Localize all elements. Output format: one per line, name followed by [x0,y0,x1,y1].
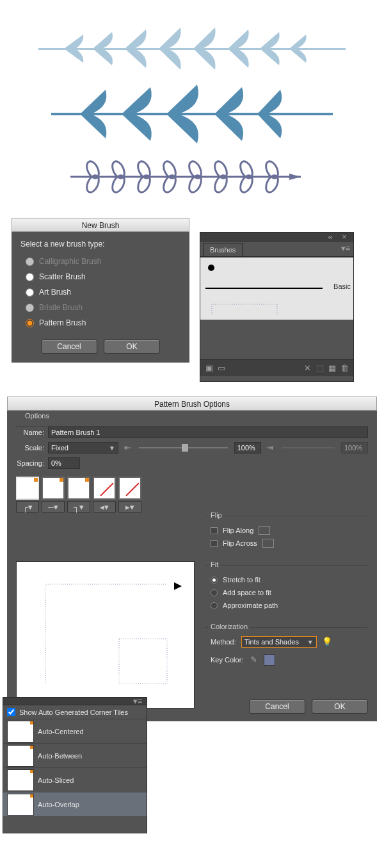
brush-basic-label: Basic [333,283,351,290]
fit-stretch-row[interactable]: Stretch to fit [211,573,362,586]
radio-art-input[interactable] [26,288,34,297]
pbo-cancel-button[interactable]: Cancel [249,700,305,714]
fit-approx-label: Approximate path [223,602,278,609]
fit-space-label: Add space to fit [223,589,271,596]
panel-brushes: « × Brushes ▾≡ Basic ▣ ▭ ✕ [200,232,354,382]
dialog-title: New Brush [12,218,189,232]
popup-corner-tiles: ▾≡ Show Auto Generated Corner Tiles Auto… [3,697,147,833]
fit-stretch-radio[interactable] [211,577,218,584]
scale-mode-value: Fixed [51,444,68,452]
radio-pattern[interactable]: Pattern Brush [26,315,180,331]
tile-arrow-row: ┌▾ ─▾ ┐▾ ◂▾ ▸▾ [16,501,368,512]
tab-brushes[interactable]: Brushes [203,243,243,256]
panel-menu-icon[interactable]: ▾≡ [340,243,351,254]
pbo-title: Pattern Brush Options [7,397,377,411]
dialog-pattern-brush-options: Pattern Brush Options Options Name: Scal… [7,397,377,721]
cancel-button[interactable]: Cancel [41,340,97,354]
collapse-icon: « [325,232,335,242]
radio-scatter[interactable]: Scatter Brush [26,269,180,284]
new-brush-icon[interactable]: ▦ [327,363,337,373]
radio-scatter-label: Scatter Brush [39,272,86,281]
brush-item-pattern[interactable] [200,299,353,320]
corner-item-label: Auto-Overlap [38,801,79,808]
corner-item-label: Auto-Sliced [38,776,74,784]
flip-along-label: Flip Along [223,527,253,534]
radio-bristle: Bristle Brush [26,300,180,315]
tile-inner-corner-menu[interactable]: ┐▾ [67,501,90,512]
svg-rect-1 [51,113,333,115]
scale-slider-2 [282,447,335,448]
popup-menu-icon[interactable]: ▾≡ [132,696,143,707]
scale-label: Scale: [16,444,44,452]
corner-thumb [7,794,34,815]
tile-end-menu[interactable]: ▸▾ [118,501,141,512]
tile-end[interactable] [118,477,141,500]
radio-pattern-label: Pattern Brush [39,318,86,327]
tile-outer-corner[interactable] [16,477,39,500]
scale-value-field[interactable] [234,442,261,454]
tile-side[interactable] [42,477,65,500]
pattern-brush-thumb [200,299,341,320]
tile-inner-corner[interactable] [67,477,90,500]
radio-scatter-input[interactable] [26,273,34,281]
fit-stretch-label: Stretch to fit [223,576,260,584]
spacing-field[interactable] [48,457,80,469]
corner-item-auto-between[interactable]: Auto-Between [3,743,147,767]
radio-calligraphic: Calligraphic Brush [26,254,180,269]
flip-across-row[interactable]: Flip Across [211,537,362,550]
radio-calligraphic-label: Calligraphic Brush [39,257,101,266]
brush-item-basic[interactable]: Basic [200,277,353,299]
tips-icon[interactable]: 💡 [322,637,332,647]
svg-marker-3 [289,174,301,180]
radio-art[interactable]: Art Brush [26,284,180,300]
ok-button[interactable]: OK [104,340,160,354]
flip-across-checkbox[interactable] [211,540,218,547]
show-auto-corners-row[interactable]: Show Auto Generated Corner Tiles [3,705,147,719]
brush-libraries-icon[interactable]: ▣ [204,363,214,373]
section-options-title: Options [22,412,52,420]
fit-space-radio[interactable] [211,589,218,596]
method-value: Tints and Shades [244,638,299,646]
section-fit: Fit Stretch to fit Add space to fit Appr… [205,565,367,622]
panel-collapse-bar[interactable]: « × [200,233,353,242]
scale-value-2-field [341,442,368,454]
close-panel-icon[interactable]: × [339,232,349,242]
dialog-new-brush: New Brush Select a new brush type: Calli… [12,218,189,363]
pbo-ok-button[interactable]: OK [312,700,368,714]
tile-start-menu[interactable]: ◂▾ [93,501,116,512]
fit-space-row[interactable]: Add space to fit [211,586,362,599]
corner-item-auto-centered[interactable]: Auto-Centered [3,719,147,743]
show-auto-corners-checkbox[interactable] [7,708,15,716]
brush-library-menu-icon[interactable]: ▭ [216,363,227,373]
flip-along-row[interactable]: Flip Along [211,524,362,537]
method-label: Method: [211,638,236,646]
eyedropper-icon[interactable]: ✎ [248,655,259,665]
tile-outer-corner-menu[interactable]: ┌▾ [16,501,39,512]
fit-approx-row[interactable]: Approximate path [211,599,362,612]
flip-across-label: Flip Across [223,539,257,547]
brush-item-round[interactable] [200,257,353,277]
tile-side-menu[interactable]: ─▾ [42,501,65,512]
flip-along-checkbox[interactable] [211,527,218,534]
corner-item-auto-overlap[interactable]: Auto-Overlap [3,792,147,816]
scale-slider[interactable] [139,447,228,448]
brush-options-icon[interactable]: ⬚ [315,363,325,373]
key-color-swatch[interactable] [264,654,275,666]
method-select[interactable]: Tints and Shades▼ [241,636,317,648]
tile-start[interactable] [93,477,116,500]
fit-approx-radio[interactable] [211,602,218,609]
section-colorization-title: Colorization [208,623,250,630]
tile-row [16,477,368,500]
radio-bristle-input [26,304,34,312]
radio-pattern-input[interactable] [26,319,34,327]
section-fit-title: Fit [208,561,221,568]
flip-along-icon [259,526,270,535]
delete-brush-icon[interactable]: 🗑 [339,363,349,373]
name-field[interactable] [48,427,368,438]
pattern-preview [16,561,195,708]
remove-stroke-icon[interactable]: ✕ [303,363,313,373]
scale-link-left-icon[interactable]: ⇤ [122,443,132,453]
corner-item-auto-sliced[interactable]: Auto-Sliced [3,767,147,792]
scale-mode-select[interactable]: Fixed▼ [48,442,118,454]
svg-rect-0 [38,48,346,50]
